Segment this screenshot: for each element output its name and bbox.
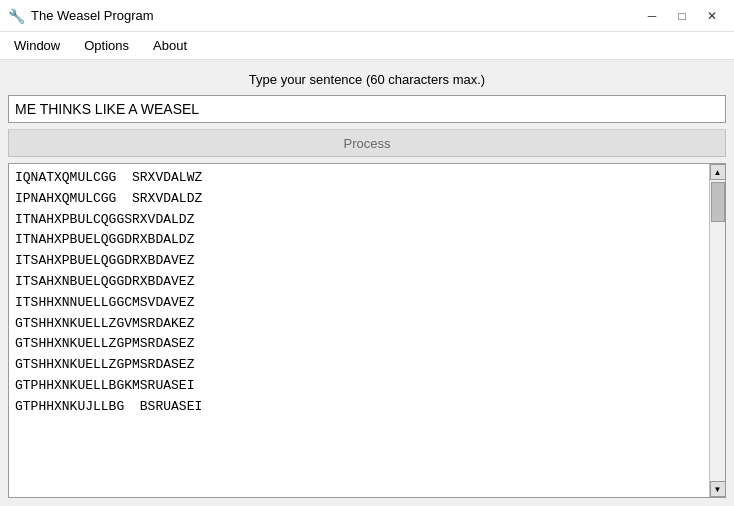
minimize-button[interactable]: ─ — [638, 6, 666, 26]
scrollbar-track: ▲ ▼ — [709, 164, 725, 497]
menu-item-about[interactable]: About — [143, 35, 197, 56]
main-content: Type your sentence (60 characters max.) … — [0, 60, 734, 506]
title-bar-left: 🔧 The Weasel Program — [8, 8, 154, 24]
app-title: The Weasel Program — [31, 8, 154, 23]
output-text[interactable]: IQNATXQMULCGG SRXVDALWZ IPNAHXQMULCGG SR… — [9, 164, 709, 497]
scrollbar-thumb[interactable] — [711, 182, 725, 222]
menu-item-window[interactable]: Window — [4, 35, 70, 56]
scrollbar-down-button[interactable]: ▼ — [710, 481, 726, 497]
output-area: IQNATXQMULCGG SRXVDALWZ IPNAHXQMULCGG SR… — [8, 163, 726, 498]
menu-item-options[interactable]: Options — [74, 35, 139, 56]
title-bar-controls: ─ □ ✕ — [638, 6, 726, 26]
input-label: Type your sentence (60 characters max.) — [8, 70, 726, 89]
title-bar: 🔧 The Weasel Program ─ □ ✕ — [0, 0, 734, 32]
scrollbar-up-button[interactable]: ▲ — [710, 164, 726, 180]
sentence-input[interactable] — [8, 95, 726, 123]
close-button[interactable]: ✕ — [698, 6, 726, 26]
maximize-button[interactable]: □ — [668, 6, 696, 26]
app-icon: 🔧 — [8, 8, 25, 24]
menu-bar: Window Options About — [0, 32, 734, 60]
process-button[interactable]: Process — [8, 129, 726, 157]
